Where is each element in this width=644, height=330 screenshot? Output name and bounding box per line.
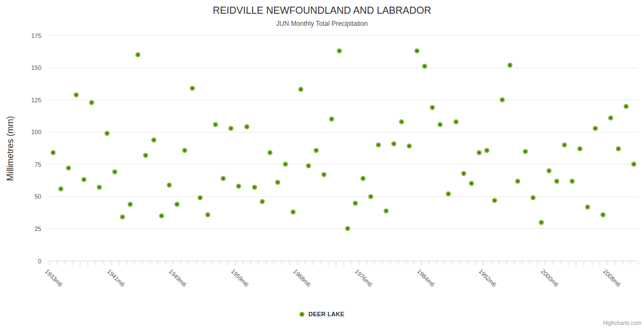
- data-point[interactable]: [236, 184, 241, 189]
- data-point[interactable]: [539, 220, 544, 225]
- x-axis-tick: [638, 261, 638, 265]
- data-point[interactable]: [228, 126, 233, 131]
- data-point[interactable]: [260, 199, 265, 204]
- data-point[interactable]: [128, 202, 133, 207]
- x-axis-tick: [57, 261, 57, 265]
- data-point[interactable]: [120, 215, 125, 219]
- data-point[interactable]: [477, 150, 482, 155]
- data-point[interactable]: [105, 131, 110, 136]
- data-point[interactable]: [368, 194, 373, 199]
- data-point[interactable]: [384, 208, 389, 213]
- data-point[interactable]: [283, 162, 288, 167]
- x-axis-tick: [281, 261, 282, 265]
- data-point[interactable]: [198, 195, 203, 200]
- data-point[interactable]: [244, 124, 249, 129]
- x-axis-tick: [623, 261, 623, 265]
- data-point[interactable]: [407, 144, 412, 148]
- data-point[interactable]: [182, 148, 187, 153]
- data-point[interactable]: [624, 104, 629, 109]
- data-point[interactable]: [601, 212, 605, 217]
- data-point[interactable]: [112, 169, 117, 174]
- x-axis-tick: [592, 261, 592, 265]
- data-point[interactable]: [430, 105, 435, 110]
- data-point[interactable]: [461, 171, 466, 176]
- data-point[interactable]: [97, 185, 102, 190]
- data-point[interactable]: [531, 195, 536, 200]
- y-axis-tick-label: 50: [10, 193, 41, 200]
- data-point[interactable]: [353, 201, 358, 206]
- data-point[interactable]: [454, 119, 459, 124]
- data-point[interactable]: [167, 183, 172, 188]
- data-point[interactable]: [135, 52, 140, 57]
- data-point[interactable]: [507, 63, 512, 68]
- data-point[interactable]: [500, 97, 505, 102]
- gridline: [49, 196, 638, 197]
- data-point[interactable]: [321, 172, 326, 177]
- data-point[interactable]: [190, 86, 195, 91]
- data-point[interactable]: [213, 122, 218, 127]
- data-point[interactable]: [151, 138, 156, 142]
- legend-item-deer-lake[interactable]: DEER LAKE: [0, 310, 644, 318]
- data-point[interactable]: [66, 166, 71, 170]
- data-point[interactable]: [275, 180, 280, 185]
- data-point[interactable]: [252, 185, 257, 190]
- data-point[interactable]: [562, 142, 567, 147]
- data-point[interactable]: [329, 117, 334, 122]
- data-point[interactable]: [469, 181, 474, 186]
- data-point[interactable]: [221, 176, 226, 181]
- x-axis-tick: [343, 261, 344, 265]
- data-point[interactable]: [159, 213, 164, 218]
- data-point[interactable]: [570, 179, 575, 184]
- data-point[interactable]: [376, 142, 381, 147]
- data-point[interactable]: [616, 146, 621, 151]
- x-axis-tick: [305, 261, 305, 265]
- data-point[interactable]: [291, 210, 296, 215]
- data-point[interactable]: [492, 198, 497, 203]
- data-point[interactable]: [399, 119, 404, 124]
- x-axis-tick: [506, 261, 507, 265]
- x-axis-tick: [150, 261, 150, 265]
- x-axis-tick: [258, 261, 259, 265]
- data-point[interactable]: [268, 150, 272, 155]
- data-point[interactable]: [515, 179, 520, 184]
- x-axis-tick: [336, 261, 336, 265]
- x-axis-tick: [157, 261, 158, 265]
- data-point[interactable]: [608, 116, 613, 120]
- data-point[interactable]: [51, 150, 56, 155]
- data-point[interactable]: [345, 226, 350, 231]
- data-point[interactable]: [547, 168, 552, 173]
- data-point[interactable]: [174, 202, 179, 207]
- data-point[interactable]: [593, 126, 598, 131]
- x-axis-tick: [351, 261, 352, 265]
- data-point[interactable]: [81, 177, 86, 182]
- x-axis-tick: [467, 261, 468, 265]
- chart-title: REIDVILLE NEWFOUNDLAND AND LABRADOR: [0, 5, 644, 16]
- data-point[interactable]: [314, 148, 319, 153]
- data-point[interactable]: [414, 48, 419, 53]
- data-point[interactable]: [361, 176, 365, 181]
- legend-label: DEER LAKE: [308, 311, 344, 317]
- x-axis-tick: [491, 261, 492, 265]
- data-point[interactable]: [298, 87, 303, 92]
- x-axis-tick: [483, 261, 483, 265]
- y-axis-tick-label: 25: [10, 226, 41, 232]
- data-point[interactable]: [438, 122, 443, 127]
- data-point[interactable]: [306, 163, 311, 168]
- data-point[interactable]: [554, 179, 559, 184]
- data-point[interactable]: [58, 186, 63, 191]
- data-point[interactable]: [631, 162, 636, 167]
- data-point[interactable]: [205, 212, 210, 217]
- data-point[interactable]: [484, 148, 489, 153]
- data-point[interactable]: [577, 146, 582, 151]
- gridline: [49, 228, 638, 229]
- data-point[interactable]: [446, 191, 451, 196]
- data-point[interactable]: [74, 92, 79, 97]
- data-point[interactable]: [143, 153, 148, 158]
- data-point[interactable]: [337, 48, 342, 53]
- data-point[interactable]: [523, 149, 528, 154]
- data-point[interactable]: [422, 64, 427, 69]
- highcharts-credits-link[interactable]: Highcharts.com: [603, 320, 641, 326]
- data-point[interactable]: [391, 141, 396, 146]
- data-point[interactable]: [585, 205, 590, 210]
- data-point[interactable]: [89, 100, 94, 105]
